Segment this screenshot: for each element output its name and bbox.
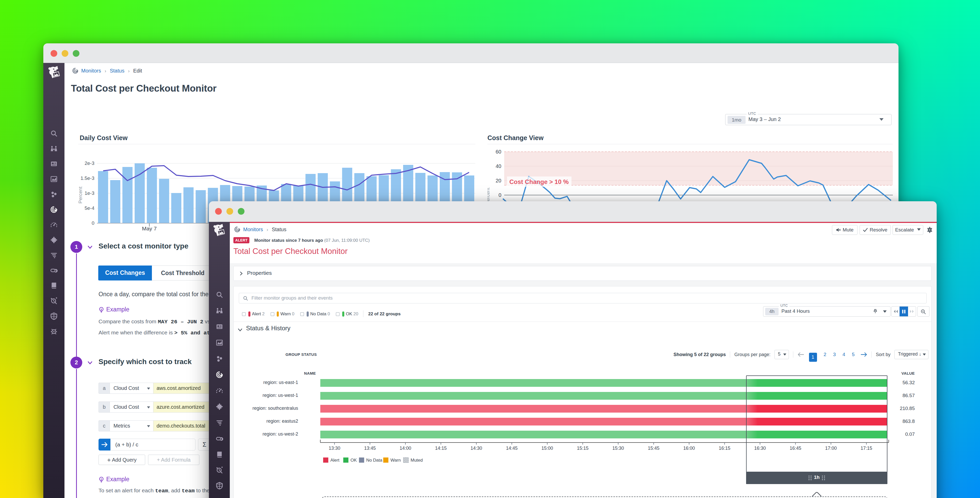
svg-text:2e-3: 2e-3 <box>84 161 94 166</box>
svg-text:40: 40 <box>496 163 501 169</box>
svg-text:13:30: 13:30 <box>329 445 340 451</box>
svg-text:1.5e-3: 1.5e-3 <box>81 176 94 181</box>
svg-text:0: 0 <box>92 220 94 226</box>
svg-text:16:15: 16:15 <box>719 445 730 451</box>
svg-text:15:15: 15:15 <box>577 445 589 451</box>
svg-text:Cost Change > 10 %: Cost Change > 10 % <box>509 178 569 185</box>
svg-text:Warn: Warn <box>390 458 401 463</box>
svg-text:60: 60 <box>496 149 501 155</box>
svg-text:14:45: 14:45 <box>506 445 518 451</box>
svg-text:May 7: May 7 <box>142 225 156 231</box>
svg-text:14:00: 14:00 <box>399 445 411 451</box>
svg-text:5e-4: 5e-4 <box>84 205 94 211</box>
svg-text:16:00: 16:00 <box>683 445 695 451</box>
svg-text:15:45: 15:45 <box>648 445 659 451</box>
svg-text:0: 0 <box>498 192 501 198</box>
svg-text:13:45: 13:45 <box>364 445 376 451</box>
svg-text:14:30: 14:30 <box>470 445 482 451</box>
svg-text:14:15: 14:15 <box>435 445 447 451</box>
svg-text:OK: OK <box>350 458 357 463</box>
svg-text:Muted: Muted <box>410 458 423 463</box>
svg-text:15:30: 15:30 <box>612 445 624 451</box>
svg-text:Percent: Percent <box>78 187 83 204</box>
svg-text:20: 20 <box>496 178 501 184</box>
svg-text:Alert: Alert <box>330 458 339 463</box>
svg-text:No Data: No Data <box>366 458 382 463</box>
svg-text:1e-3: 1e-3 <box>84 190 94 196</box>
svg-text:15:00: 15:00 <box>541 445 553 451</box>
